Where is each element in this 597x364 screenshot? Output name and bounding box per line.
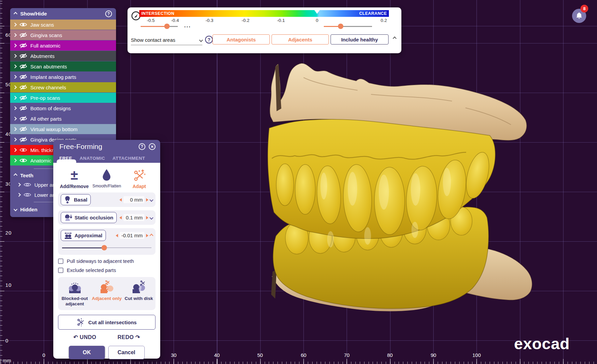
ruler-label: 0 — [5, 338, 8, 343]
expand-chevron-icon[interactable] — [149, 216, 153, 219]
eye-crossed-icon[interactable] — [19, 74, 27, 80]
eye-open-icon[interactable] — [23, 192, 31, 198]
collapse-chevron-icon[interactable] — [149, 234, 153, 237]
eye-crossed-icon[interactable] — [19, 137, 27, 142]
pull-sideways-checkbox[interactable]: Pull sideways to adjacent teeth — [58, 259, 155, 264]
increment-arrow-icon[interactable] — [146, 234, 148, 237]
sidebar-item-virtual-waxup-bottom[interactable]: Virtual waxup bottom — [10, 124, 116, 134]
increment-arrow-icon[interactable] — [146, 198, 148, 202]
tool-label: Smooth/Flatten — [92, 184, 121, 188]
adjacent-only-button[interactable]: Adjacent only — [91, 280, 123, 307]
adjacents-button[interactable]: Adjacents — [272, 34, 329, 44]
sidebar-item-screw-channels[interactable]: Screw channels — [10, 82, 116, 92]
slider-knob[interactable] — [338, 24, 343, 29]
basal-button[interactable]: Basal — [61, 194, 91, 205]
item-label: Screw channels — [30, 85, 66, 90]
slider-knob[interactable] — [164, 24, 170, 29]
eye-open-icon[interactable] — [19, 147, 27, 153]
approximal-slider[interactable] — [62, 244, 151, 252]
eye-open-icon[interactable] — [19, 22, 27, 27]
static-occlusion-button[interactable]: Static occlusion — [61, 212, 117, 223]
blocked-out-adjacent-button[interactable]: Blocked-out adjacent — [59, 280, 91, 307]
expand-chevron-icon — [13, 96, 17, 99]
scale-tick: -0.3 — [205, 18, 213, 23]
button-label: Cut all intersections — [88, 320, 137, 325]
ruler-label: 70 — [344, 352, 350, 358]
clearance-range-slider[interactable] — [324, 24, 372, 29]
decrement-arrow-icon[interactable] — [119, 216, 122, 219]
cancel-button[interactable]: Cancel — [108, 346, 145, 359]
tab-attachment[interactable]: ATTACHMENT — [113, 156, 145, 161]
show-hide-header[interactable]: Show/Hide ? — [10, 8, 116, 19]
redo-arrow-icon: ↷ — [136, 334, 140, 340]
eye-crossed-icon[interactable] — [19, 64, 27, 69]
approximal-button[interactable]: Approximal — [61, 230, 106, 241]
item-label: Anatomic — [30, 158, 52, 163]
param-value[interactable]: 0.1 mm — [123, 214, 144, 221]
eye-open-icon[interactable] — [23, 182, 31, 187]
eye-crossed-icon[interactable] — [19, 32, 27, 38]
sidebar-item-implant-analog-parts[interactable]: Implant analog parts — [10, 72, 116, 82]
cut-mode-label: Blocked-out adjacent — [59, 296, 91, 307]
collapse-chevron-icon — [13, 173, 17, 177]
add-remove-tool-button[interactable]: ± Add/Remove — [58, 168, 90, 189]
sidebar-item-bottom-of-designs[interactable]: Bottom of designs — [10, 103, 116, 113]
sidebar-item-jaw-scans[interactable]: Jaw scans — [10, 20, 116, 30]
tool-label: Adapt — [133, 184, 146, 189]
checkbox-icon[interactable] — [58, 259, 63, 264]
antagonists-button[interactable]: Antagonists — [212, 34, 270, 44]
notifications-button[interactable]: 8 — [572, 9, 586, 23]
collapse-panel-button[interactable] — [393, 35, 396, 41]
zero-notch-icon — [314, 10, 320, 14]
sidebar-item-pre-op-scans[interactable]: Pre-op scans — [10, 93, 116, 103]
checkbox-icon[interactable] — [58, 268, 63, 273]
undo-button[interactable]: ↶ UNDO — [73, 334, 96, 340]
help-icon[interactable]: ? — [139, 143, 145, 150]
sidebar-item-gingiva-scans[interactable]: Gingiva scans — [10, 30, 116, 40]
ok-button[interactable]: OK — [69, 346, 105, 359]
expand-chevron-icon[interactable] — [149, 198, 153, 202]
application-window: 0 30 40 50 60 70 80 90 100 60 50 40 30 2… — [0, 0, 597, 364]
slider-knob[interactable] — [102, 245, 107, 250]
close-icon[interactable]: ✕ — [149, 143, 155, 150]
item-label: Full anatomic — [30, 43, 60, 49]
eye-crossed-icon[interactable] — [19, 95, 27, 100]
smooth-flatten-tool-button[interactable]: Smooth/Flatten — [90, 168, 123, 189]
tab-anatomic[interactable]: ANATOMIC — [80, 156, 105, 161]
cut-all-intersections-button[interactable]: Cut all intersections — [58, 315, 155, 330]
decrement-arrow-icon[interactable] — [116, 234, 118, 237]
eye-crossed-icon[interactable] — [19, 116, 27, 121]
eye-crossed-icon[interactable] — [19, 43, 27, 48]
help-icon[interactable]: ? — [205, 36, 213, 43]
param-value[interactable]: 0 mm — [123, 196, 144, 203]
intersection-range-slider[interactable] — [141, 24, 178, 29]
eye-open-icon[interactable] — [19, 158, 27, 163]
redo-button[interactable]: REDO ↷ — [117, 334, 140, 340]
exclude-selected-checkbox[interactable]: Exclude selected parts — [58, 268, 155, 273]
ruler-label: 80 — [387, 352, 393, 358]
tooth-up-icon — [64, 196, 72, 204]
eye-crossed-icon[interactable] — [19, 126, 27, 132]
decrement-arrow-icon[interactable] — [119, 198, 122, 202]
eye-crossed-icon[interactable] — [19, 53, 27, 59]
dialog-header[interactable]: Free-Forming ? ✕ — [53, 140, 160, 153]
item-label: Scan abutments — [30, 64, 67, 69]
eye-crossed-icon[interactable] — [19, 85, 27, 90]
contact-mode-dropdown[interactable]: Show contact areas — [131, 35, 202, 45]
expand-chevron-icon — [13, 33, 17, 37]
dialog-title: Free-Forming — [59, 143, 135, 151]
cut-with-disk-button[interactable]: Cut with disk — [123, 280, 155, 307]
increment-arrow-icon[interactable] — [146, 216, 148, 219]
include-healthy-button[interactable]: Include healthy — [331, 34, 389, 44]
intersection-clearance-gradient[interactable]: INTERSECTION CLEARANCE — [139, 10, 389, 17]
param-label: Basal — [74, 197, 87, 203]
help-icon[interactable]: ? — [105, 10, 112, 17]
sidebar-item-abutments[interactable]: Abutments — [10, 51, 116, 61]
eye-crossed-icon[interactable] — [19, 105, 27, 111]
param-value[interactable]: -0.01 mm — [120, 232, 144, 239]
sidebar-item-all-other-parts[interactable]: All other parts — [10, 114, 116, 124]
sidebar-item-scan-abutments[interactable]: Scan abutments — [10, 61, 116, 71]
adapt-tool-button[interactable]: Adapt — [123, 168, 155, 189]
clearance-label: CLEARANCE — [359, 11, 387, 16]
sidebar-item-full-anatomic[interactable]: Full anatomic — [10, 40, 116, 51]
